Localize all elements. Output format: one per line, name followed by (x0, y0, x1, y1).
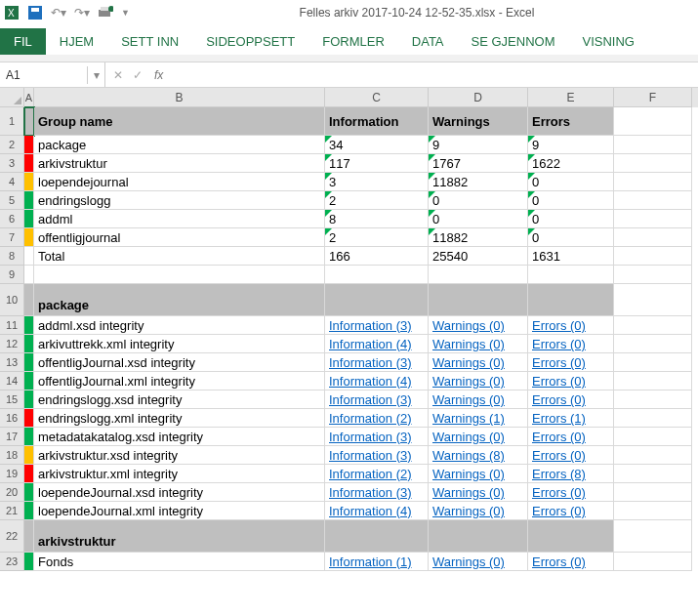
status-color-cell[interactable] (24, 465, 34, 483)
summary-warn[interactable]: 0 (429, 191, 528, 210)
cell[interactable] (614, 247, 692, 266)
row-header[interactable]: 14 (0, 372, 24, 390)
status-color-cell[interactable] (24, 335, 34, 353)
row-header[interactable]: 3 (0, 154, 24, 173)
status-color-cell[interactable] (24, 428, 34, 446)
summary-warn[interactable]: 1767 (429, 154, 528, 173)
summary-err[interactable]: 0 (528, 228, 614, 247)
item-name[interactable]: endringslogg.xml integrity (34, 409, 325, 428)
err-link[interactable]: Errors (0) (532, 430, 586, 444)
info-cell[interactable]: Information (2) (325, 409, 429, 428)
tab-file[interactable]: FIL (0, 28, 46, 55)
tab-formulas[interactable]: FORMLER (308, 28, 398, 55)
status-color-cell[interactable] (24, 502, 34, 520)
status-color-cell[interactable] (24, 553, 34, 571)
col-header-d[interactable]: D (429, 88, 528, 107)
quick-print-icon[interactable] (98, 5, 113, 21)
item-name[interactable]: arkivstruktur.xml integrity (34, 465, 325, 483)
info-cell[interactable]: Information (3) (325, 446, 429, 465)
row-header[interactable]: 15 (0, 390, 24, 409)
row-header[interactable]: 17 (0, 428, 24, 446)
status-color-cell[interactable] (24, 228, 34, 247)
section-color[interactable] (24, 520, 34, 553)
spreadsheet-grid[interactable]: A B C D E F 1Group nameInformationWarnin… (0, 88, 698, 615)
info-cell[interactable]: Information (2) (325, 465, 429, 483)
cell[interactable] (614, 372, 692, 390)
cell[interactable] (614, 284, 692, 316)
status-color-cell[interactable] (24, 191, 34, 210)
col-header-a[interactable]: A (24, 88, 34, 107)
warn-link[interactable]: Warnings (8) (432, 448, 505, 463)
cell[interactable] (614, 553, 692, 571)
summary-warn[interactable]: 11882 (429, 228, 528, 247)
item-name[interactable]: metadatakatalog.xsd integrity (34, 428, 325, 446)
warn-cell[interactable]: Warnings (0) (429, 316, 528, 335)
cell[interactable] (614, 428, 692, 446)
redo-icon[interactable]: ↷▾ (74, 5, 90, 21)
row-header[interactable]: 19 (0, 465, 24, 483)
undo-icon[interactable]: ↶▾ (51, 5, 66, 21)
item-name[interactable]: addml.xsd integrity (34, 316, 325, 335)
status-color-cell[interactable] (24, 483, 34, 502)
cell[interactable] (614, 483, 692, 502)
summary-name[interactable]: endringslogg (34, 191, 325, 210)
cell[interactable] (614, 502, 692, 520)
warn-link[interactable]: Warnings (0) (432, 430, 505, 444)
summary-info[interactable]: 34 (325, 136, 429, 154)
section-color[interactable] (24, 284, 34, 316)
status-color-cell[interactable] (24, 266, 34, 284)
info-cell[interactable]: Information (3) (325, 316, 429, 335)
summary-err[interactable]: 0 (528, 191, 614, 210)
warn-cell[interactable]: Warnings (0) (429, 502, 528, 520)
cell[interactable] (614, 409, 692, 428)
warn-link[interactable]: Warnings (0) (432, 355, 505, 370)
item-name[interactable]: endringslogg.xsd integrity (34, 390, 325, 409)
tab-review[interactable]: SE GJENNOM (458, 28, 569, 55)
err-cell[interactable]: Errors (0) (528, 390, 614, 409)
warn-link[interactable]: Warnings (0) (432, 554, 505, 569)
header-information[interactable]: Information (325, 107, 429, 136)
warn-link[interactable]: Warnings (0) (432, 337, 505, 351)
err-cell[interactable]: Errors (8) (528, 465, 614, 483)
row-header[interactable]: 7 (0, 228, 24, 247)
cell[interactable] (614, 390, 692, 409)
row-header[interactable]: 5 (0, 191, 24, 210)
row-header[interactable]: 4 (0, 173, 24, 191)
row-header[interactable]: 1 (0, 107, 24, 136)
warn-link[interactable]: Warnings (0) (432, 318, 505, 333)
row-header[interactable]: 2 (0, 136, 24, 154)
warn-cell[interactable]: Warnings (0) (429, 428, 528, 446)
err-link[interactable]: Errors (1) (532, 411, 586, 426)
warn-link[interactable]: Warnings (0) (432, 504, 505, 518)
cell[interactable] (614, 316, 692, 335)
warn-link[interactable]: Warnings (1) (432, 411, 505, 426)
info-cell[interactable]: Information (3) (325, 428, 429, 446)
fx-icon[interactable]: fx (150, 68, 167, 82)
info-link[interactable]: Information (2) (329, 411, 412, 426)
row-header[interactable]: 22 (0, 520, 24, 553)
qat-dropdown-icon[interactable]: ▼ (121, 8, 130, 18)
cell[interactable] (429, 520, 528, 553)
status-color-cell[interactable] (24, 372, 34, 390)
cell[interactable] (614, 446, 692, 465)
cell[interactable] (528, 284, 614, 316)
item-name[interactable]: arkivstruktur.xsd integrity (34, 446, 325, 465)
info-link[interactable]: Information (3) (329, 355, 412, 370)
err-link[interactable]: Errors (0) (532, 374, 586, 389)
header-group-name[interactable]: Group name (34, 107, 325, 136)
status-color-cell[interactable] (24, 353, 34, 372)
summary-err[interactable]: 1622 (528, 154, 614, 173)
item-name[interactable]: offentligJournal.xsd integrity (34, 353, 325, 372)
cell[interactable] (614, 228, 692, 247)
cell[interactable] (614, 173, 692, 191)
err-link[interactable]: Errors (0) (532, 554, 586, 569)
section-header[interactable]: package (34, 284, 325, 316)
row-header[interactable]: 12 (0, 335, 24, 353)
row-header[interactable]: 11 (0, 316, 24, 335)
cell[interactable] (429, 266, 528, 284)
row-header[interactable]: 16 (0, 409, 24, 428)
col-header-c[interactable]: C (325, 88, 429, 107)
tab-data[interactable]: DATA (398, 28, 458, 55)
cell[interactable] (614, 266, 692, 284)
row-header[interactable]: 10 (0, 284, 24, 316)
